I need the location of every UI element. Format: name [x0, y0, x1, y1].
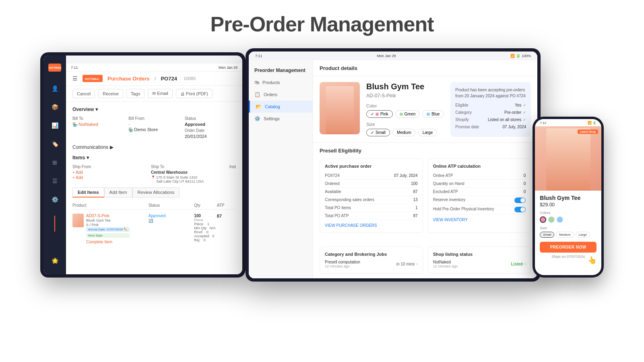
size-options: ✓ Small Medium Large — [366, 129, 444, 136]
print-button[interactable]: 🖨 Print (PDF) — [176, 89, 213, 98]
phone-size-medium[interactable]: Medium — [556, 232, 574, 238]
tc-main: Product details Blush Gym Tee AD-07-S-Pi… — [313, 60, 537, 278]
breadcrumb-parent[interactable]: Purchase Orders — [107, 76, 150, 82]
product-variant: S / Pink — [86, 223, 130, 227]
complete-item-link[interactable]: Complete Item — [86, 240, 130, 244]
presell-cards: Active purchase order PO#724 07 July, 20… — [320, 158, 531, 233]
phone-size-label: Size — [540, 226, 597, 230]
sales-orders-label: Corresponding sales orders — [325, 197, 374, 202]
tc-product-details: Blush Gym Tee AD-07-S-Pink Color ✓ Pink — [366, 82, 444, 137]
page-title: Pre-Order Management — [210, 12, 433, 36]
sidebar-label-settings: Settings — [264, 116, 280, 121]
sidebar-item-settings[interactable]: ⚙️ Settings — [249, 113, 313, 125]
color-label-blue: Blue — [431, 112, 440, 116]
sidebar-item-catalog[interactable]: 📂 Catalog — [249, 101, 313, 113]
tags-button[interactable]: Tags — [126, 89, 144, 98]
phone-color-blue[interactable] — [557, 216, 563, 223]
tab-add-item[interactable]: Add Item — [104, 187, 132, 197]
tl-date: Mon Jan 29 — [219, 66, 237, 70]
tc-main-header: Product details — [313, 60, 537, 76]
col-atp: ATP — [217, 203, 236, 208]
color-pink[interactable]: ✓ Pink — [366, 110, 392, 118]
sidebar-label-products: Products — [262, 80, 280, 85]
tl-time: 7:11 — [71, 66, 78, 70]
sidebar-item-products[interactable]: 🛍 Products — [249, 76, 313, 88]
tc-time: 7:11 — [255, 54, 262, 58]
sidebar-item-orders[interactable]: 📋 Orders — [249, 88, 313, 101]
sidebar-icon-sun[interactable]: 🌟 — [49, 255, 60, 266]
catalog-icon: 📂 — [256, 104, 262, 109]
col-status: Status — [149, 203, 194, 208]
ordered-label: Ordered — [325, 181, 340, 186]
breadcrumb-sep: / — [155, 76, 156, 82]
tab-edit-items[interactable]: Edit Items — [72, 187, 104, 197]
col-qty: Qty — [194, 203, 217, 208]
size-large[interactable]: Large — [418, 129, 438, 136]
preorder-now-button[interactable]: PREORDER NOW — [540, 242, 597, 253]
lower-cards: Category and Brokering Jobs Presell comp… — [313, 247, 537, 278]
communications-section[interactable]: Communications ▶ — [72, 144, 236, 150]
po-number: 10085 — [184, 76, 196, 81]
email-button[interactable]: ✉ Email — [148, 89, 173, 98]
size-small[interactable]: ✓ Small — [366, 129, 390, 136]
color-label-pink: Pink — [380, 112, 388, 116]
items-grid: Ship From + Add + Add Ship To Central Wa… — [72, 165, 236, 183]
products-icon: 🛍 — [254, 80, 259, 85]
view-inventory-link[interactable]: VIEW INVENTORY — [433, 218, 526, 222]
tab-review-allocations[interactable]: Review Allocations — [132, 187, 180, 197]
devices-container: HOTWAX 👤 📦 📊 🏷️ ⊞ ☰ ⚙️ 🌟 7:11 Mon Jan 29 — [40, 52, 604, 282]
product-sku[interactable]: AD07-S-Pink — [86, 214, 130, 218]
online-atp-title: Online ATP calculation — [433, 164, 526, 169]
phone-price: $29.00 — [540, 202, 597, 208]
color-dot-blue — [427, 113, 430, 116]
qty-hand-value: 0 — [524, 181, 526, 186]
tc-product-image — [320, 82, 360, 134]
color-options: ✓ Pink Green Blue — [366, 110, 444, 118]
color-green[interactable]: Green — [395, 110, 420, 118]
view-purchase-orders-link[interactable]: VIEW PURCHASE ORDERS — [325, 223, 418, 228]
info-row-shopify: Shopify Listed on all stores ✓ — [455, 117, 526, 122]
sidebar-icon-tag[interactable]: 🏷️ — [49, 138, 60, 150]
items-section-title: Items ▾ — [72, 155, 236, 160]
total-items-value: 1 — [415, 206, 418, 210]
phone-color-pink[interactable] — [540, 216, 546, 223]
info-row-promise: Promise date 07 July, 2024 — [455, 125, 526, 129]
color-blue[interactable]: Blue — [422, 110, 444, 118]
chevron-right-icon: › — [416, 262, 417, 266]
eligible-label: Eligible — [455, 103, 468, 107]
cancel-button[interactable]: Cancel — [72, 89, 95, 98]
hamburger-icon[interactable]: ☰ — [72, 75, 78, 82]
listing-chevron-icon: › — [524, 262, 526, 266]
tc-body: Preorder Management 🛍 Products 📋 Orders … — [249, 60, 537, 278]
product-info: AD07-S-Pink Blush Gym Tee S / Pink Arriv… — [86, 214, 130, 244]
color-label: Color — [366, 103, 444, 108]
hold-toggle[interactable] — [514, 207, 526, 212]
sidebar-icon-menu[interactable]: ☰ — [49, 175, 60, 187]
sidebar-label-catalog: Catalog — [265, 104, 280, 109]
info-row-category: Category Pre-order ✓ — [455, 110, 526, 115]
receive-button[interactable]: Receive — [98, 89, 123, 98]
phone-time: 7:12 — [540, 121, 546, 125]
shopify-value: Listed on all stores ✓ — [488, 117, 526, 122]
active-po-card: Active purchase order PO#724 07 July, 20… — [320, 158, 423, 233]
phone-color-green[interactable] — [548, 216, 555, 223]
total-items-label: Total PO items — [325, 206, 351, 210]
phone-size-small[interactable]: Small — [540, 232, 554, 238]
tl-topbar: ☰ HOTWAX Purchase Orders / PO724 10085 — [66, 72, 242, 86]
bill-to-value[interactable]: NotNaked — [78, 122, 98, 127]
hold-label: Hold Pre-Order Physical Inventory — [433, 207, 494, 212]
status-cell: Approved 🔄 — [149, 214, 194, 223]
sidebar-icon-chart[interactable]: 📊 — [49, 120, 60, 131]
phone-size-large[interactable]: Large — [576, 232, 590, 238]
sidebar-icon-user[interactable]: 👤 — [49, 83, 60, 94]
store-name: NotNaked — [433, 260, 458, 264]
settings-icon: ⚙️ — [254, 116, 260, 121]
ship-from-label: Ship From — [72, 165, 146, 169]
size-medium[interactable]: Medium — [392, 129, 416, 136]
reserve-toggle[interactable] — [514, 197, 526, 203]
sidebar-icon-box[interactable]: 📦 — [49, 101, 60, 113]
sidebar-icon-settings[interactable]: ⚙️ — [49, 194, 60, 205]
size-label-small: Small — [376, 130, 386, 135]
sidebar-icon-grid[interactable]: ⊞ — [49, 157, 60, 168]
ship-to-address: 175 S Main St Suite 1310Salt Lake City U… — [156, 175, 204, 183]
